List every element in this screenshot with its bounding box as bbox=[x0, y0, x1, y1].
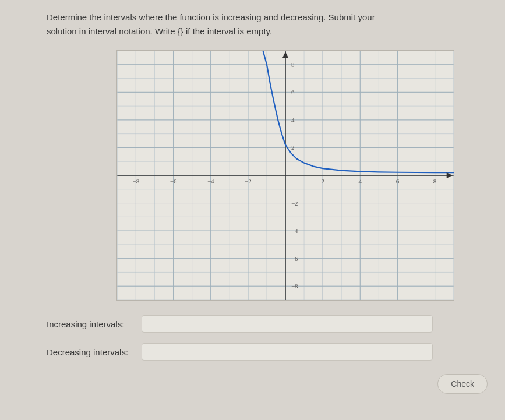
chart-svg: −8−6−4−22468−8−6−4−22468 bbox=[117, 51, 454, 300]
svg-text:2: 2 bbox=[321, 178, 324, 185]
svg-text:6: 6 bbox=[396, 178, 400, 185]
svg-marker-74 bbox=[447, 172, 453, 178]
svg-text:6: 6 bbox=[291, 89, 295, 96]
decreasing-label: Decreasing intervals: bbox=[47, 347, 137, 357]
question-text: Determine the intervals where the functi… bbox=[47, 10, 454, 38]
svg-marker-75 bbox=[282, 52, 288, 58]
check-button[interactable]: Check bbox=[437, 374, 488, 394]
svg-text:−4: −4 bbox=[291, 227, 298, 234]
svg-text:8: 8 bbox=[291, 61, 295, 68]
svg-text:8: 8 bbox=[433, 178, 437, 185]
increasing-input[interactable] bbox=[142, 315, 433, 333]
svg-text:4: 4 bbox=[291, 117, 295, 123]
svg-text:−6: −6 bbox=[291, 255, 298, 262]
svg-text:−2: −2 bbox=[245, 178, 252, 185]
svg-text:−8: −8 bbox=[291, 283, 298, 290]
decreasing-input[interactable] bbox=[142, 343, 433, 361]
increasing-label: Increasing intervals: bbox=[47, 319, 137, 329]
svg-text:2: 2 bbox=[291, 144, 294, 151]
svg-text:−4: −4 bbox=[207, 178, 214, 185]
function-graph: −8−6−4−22468−8−6−4−22468 bbox=[116, 50, 454, 301]
question-line2: solution in interval notation. Write {} … bbox=[47, 26, 272, 36]
question-line1: Determine the intervals where the functi… bbox=[47, 12, 375, 22]
svg-text:4: 4 bbox=[359, 178, 362, 185]
svg-text:−6: −6 bbox=[170, 178, 177, 185]
increasing-row: Increasing intervals: bbox=[47, 315, 493, 333]
decreasing-row: Decreasing intervals: bbox=[47, 343, 493, 361]
svg-text:−2: −2 bbox=[291, 200, 298, 207]
svg-text:−8: −8 bbox=[133, 178, 140, 185]
